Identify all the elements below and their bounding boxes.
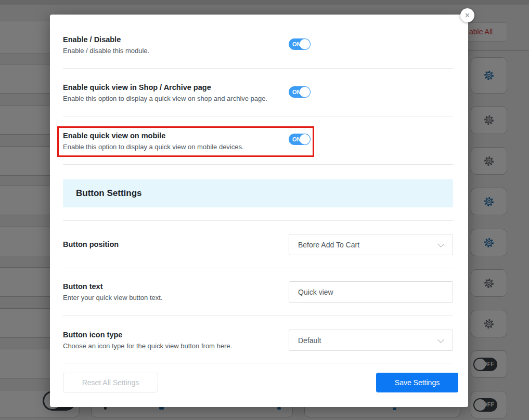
toggle-knob: [300, 134, 310, 145]
setting-title-quickview-mobile: Enable quick view on mobile: [63, 132, 165, 140]
field-title-button-position: Button position: [63, 240, 119, 248]
setting-title-enable-disable: Enable / Disable: [63, 35, 121, 44]
save-settings-button[interactable]: Save Settings: [376, 373, 458, 392]
field-title-button-text: Button text: [63, 282, 103, 291]
setting-description: Enable / disable this module.: [63, 47, 149, 55]
close-button[interactable]: ✕: [460, 8, 474, 22]
divider: [63, 268, 453, 268]
section-header-label: Button Settings: [76, 188, 142, 199]
setting-description: Enable this option to display a quick vi…: [63, 143, 244, 151]
select-value: Before Add To Cart: [298, 241, 359, 249]
chevron-down-icon: [437, 336, 444, 343]
chevron-down-icon: [437, 241, 444, 247]
divider: [63, 220, 453, 221]
button-text-input[interactable]: [289, 281, 453, 303]
toggle-enable-disable-on[interactable]: ON: [289, 38, 311, 50]
red-highlight-box: [57, 126, 314, 157]
toggle-knob: [300, 87, 310, 97]
reset-all-settings-button[interactable]: Reset All Settings: [63, 373, 158, 392]
quick-view-settings-modal: ✕ Enable / Disable Enable / disable this…: [50, 15, 468, 407]
select-value: Default: [298, 336, 321, 345]
button-icon-type-select[interactable]: Default: [289, 330, 453, 351]
divider: [63, 164, 453, 165]
screen: s by one click. able All OFF: [0, 0, 529, 420]
field-title-button-icon-type: Button icon type: [63, 331, 122, 339]
section-header-button-settings: Button Settings: [63, 179, 453, 207]
field-description: Enter your quick view button text.: [63, 294, 162, 301]
setting-description: Enable this option to display a quick vi…: [63, 95, 267, 102]
field-description: Choose an icon type for the quick view b…: [63, 342, 232, 350]
divider: [63, 363, 453, 363]
close-icon: ✕: [465, 11, 470, 19]
button-position-select[interactable]: Before Add To Cart: [289, 234, 453, 255]
toggle-quickview-shop-on[interactable]: ON: [289, 86, 311, 98]
divider: [63, 116, 453, 116]
divider: [63, 68, 453, 69]
setting-title-quickview-shop: Enable quick view in Shop / Archive page: [63, 83, 211, 91]
toggle-quickview-mobile-on[interactable]: ON: [289, 134, 311, 145]
divider: [63, 316, 453, 316]
toggle-knob: [300, 39, 310, 49]
